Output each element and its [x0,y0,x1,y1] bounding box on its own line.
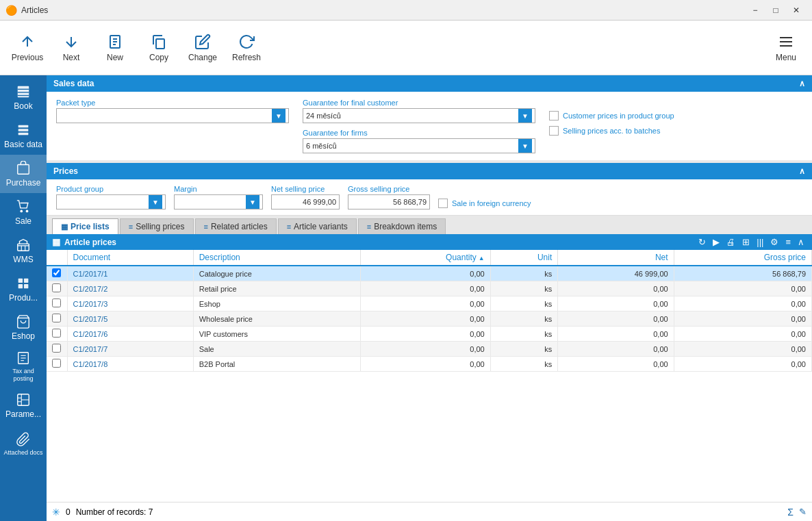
net-selling-price-input[interactable]: 46 999,00 [271,194,340,209]
row-checkbox[interactable] [52,344,61,353]
table-row[interactable]: C1/2017/1 Catalogue price 0,00 ks 46 999… [47,266,812,281]
sidebar-item-purchase[interactable]: Purchase [0,155,47,193]
prices-collapse-icon[interactable]: ∧ [799,166,805,176]
sale-foreign-currency-checkbox[interactable] [438,199,448,208]
window-controls: − □ ✕ [745,0,807,21]
sidebar-item-attached-docs[interactable]: Attached docs [0,425,47,463]
status-sum-button[interactable]: Σ [787,507,794,518]
row-document: C1/2017/5 [67,312,193,327]
sales-data-title: Sales data [53,79,94,88]
margin-dropdown-btn[interactable]: ▼ [246,195,259,209]
margin-select[interactable]: ▼ [174,194,263,209]
row-document: C1/2017/1 [67,266,193,281]
table-row[interactable]: C1/2017/2 Retail price 0,00 ks 0,00 0,00 [47,281,812,296]
maximize-button[interactable]: □ [765,0,786,21]
row-description: B2B Portal [193,357,361,372]
ap-collapse-btn[interactable]: ∧ [796,237,807,247]
row-checkbox-cell [47,266,67,281]
article-prices-title-row: ▦ Article prices [52,237,116,247]
tab-price-lists[interactable]: ▦ Price lists [52,218,118,234]
refresh-label: Refresh [232,53,261,62]
col-gross-price[interactable]: Gross price [674,250,811,266]
product-group-select[interactable]: ▼ [56,194,166,209]
guarantee-final-select[interactable]: 24 měsíců ▼ [303,108,535,123]
ap-chart-btn[interactable]: ⊞ [740,237,752,247]
col-description[interactable]: Description [193,250,361,266]
previous-button[interactable]: Previous [5,23,49,73]
col-gross-price-label: Gross price [764,253,806,262]
wms-icon [16,238,31,253]
row-checkbox[interactable] [52,359,61,368]
tab-selling-prices[interactable]: ≡ Selling prices [120,218,194,234]
table-row[interactable]: C1/2017/3 Eshop 0,00 ks 0,00 0,00 [47,296,812,312]
tab-price-lists-label: Price lists [71,222,110,231]
sidebar-item-book[interactable]: Book [0,78,47,116]
sales-data-body: Packet type ▼ Guarantee for final custom… [47,92,812,160]
row-document: C1/2017/2 [67,281,193,296]
refresh-icon [238,34,255,50]
guarantee-final-dropdown-btn[interactable]: ▼ [518,109,532,123]
next-button[interactable]: Next [49,23,93,73]
sidebar-label-book: Book [14,101,32,111]
row-checkbox[interactable] [52,314,61,322]
table-row[interactable]: C1/2017/7 Sale 0,00 ks 0,00 0,00 [47,342,812,357]
sidebar-item-wms[interactable]: WMS [0,231,47,270]
packet-type-dropdown-btn[interactable]: ▼ [272,109,286,123]
tab-related-articles[interactable]: ≡ Related articles [195,218,277,234]
row-unit: ks [490,312,558,327]
sidebar-item-tax-posting[interactable]: Tax and posting [0,346,47,387]
sidebar-item-sale[interactable]: Sale [0,193,47,231]
table-row[interactable]: C1/2017/5 Wholesale price 0,00 ks 0,00 0… [47,312,812,327]
col-net[interactable]: Net [558,250,674,266]
product-group-dropdown-btn[interactable]: ▼ [149,195,162,209]
sidebar-label-attached-docs: Attached docs [3,449,42,457]
col-unit[interactable]: Unit [490,250,558,266]
packet-type-select[interactable]: ▼ [56,108,289,123]
sales-data-collapse-icon[interactable]: ∧ [799,79,805,88]
change-button[interactable]: Change [181,23,225,73]
new-button[interactable]: New [93,23,137,73]
close-button[interactable]: ✕ [786,0,807,21]
svg-point-18 [20,209,23,212]
row-quantity: 0,00 [361,342,490,357]
ap-bars-btn[interactable]: ||| [754,237,765,247]
sale-icon [16,199,31,214]
table-header-row: Document Description Quantity ▲ Unit [47,250,812,266]
sidebar-item-produ[interactable]: Produ... [0,270,47,308]
svg-rect-14 [18,125,29,127]
status-edit-button[interactable]: ✎ [799,507,807,517]
customer-prices-checkbox[interactable] [549,111,559,120]
tab-breakdown-items[interactable]: ≡ Breakdown items [358,218,446,234]
row-unit: ks [490,266,558,281]
table-row[interactable]: C1/2017/6 VIP customers 0,00 ks 0,00 0,0… [47,327,812,342]
refresh-button[interactable]: Refresh [225,23,268,73]
selling-prices-batches-checkbox[interactable] [549,126,559,136]
copy-button[interactable]: Copy [137,23,181,73]
col-unit-label: Unit [537,253,552,262]
minimize-button[interactable]: − [745,0,765,21]
row-checkbox[interactable] [52,268,61,277]
tab-article-variants[interactable]: ≡ Article variants [278,218,357,234]
row-checkbox[interactable] [52,283,61,292]
sidebar-item-basic-data[interactable]: Basic data [0,116,47,155]
ap-menu-btn[interactable]: ≡ [783,237,793,247]
row-checkbox[interactable] [52,329,61,338]
ap-play-btn[interactable]: ▶ [711,237,722,247]
sidebar-item-eshop[interactable]: Eshop [0,308,47,346]
col-document[interactable]: Document [67,250,193,266]
col-quantity[interactable]: Quantity ▲ [361,250,490,266]
gross-selling-price-input[interactable]: 56 868,79 [348,194,430,209]
guarantee-firms-select[interactable]: 6 měsíců ▼ [303,138,535,153]
col-description-label: Description [199,253,240,262]
guarantee-firms-dropdown-btn[interactable]: ▼ [518,139,532,153]
sidebar-item-parame[interactable]: Parame... [0,387,47,425]
ap-settings-btn[interactable]: ⚙ [768,237,781,247]
ap-refresh-btn[interactable]: ↻ [696,237,708,247]
menu-button[interactable]: Menu [765,23,807,73]
ap-print-btn[interactable]: 🖨 [724,237,737,247]
article-prices-title: Article prices [64,238,116,247]
table-row[interactable]: C1/2017/8 B2B Portal 0,00 ks 0,00 0,00 [47,357,812,372]
row-unit: ks [490,281,558,296]
row-checkbox[interactable] [52,298,61,307]
gross-selling-price-label: Gross selling price [348,185,430,193]
